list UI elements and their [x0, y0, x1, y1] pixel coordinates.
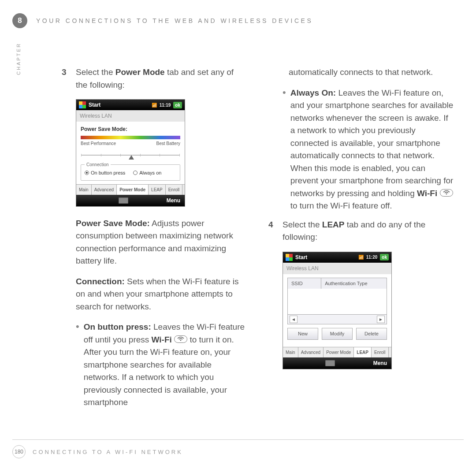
tab-enroll[interactable]: Enroll: [372, 347, 389, 357]
bold-text: Always On:: [290, 88, 336, 97]
color-gradient: [81, 136, 180, 139]
keyboard-icon[interactable]: [325, 360, 335, 366]
page-footer: 180 CONNECTING TO A WI-FI NETWORK: [12, 439, 464, 458]
titlebar: Start 📶 11:19 ok: [76, 100, 185, 110]
tab-advanced[interactable]: Advanced: [298, 347, 324, 357]
header-title: YOUR CONNECTIONS TO THE WEB AND WIRELESS…: [36, 17, 313, 24]
bullet-on-button-press: • On button press: Leaves the Wi-Fi feat…: [76, 321, 247, 409]
right-column: automatically connects to that network. …: [268, 66, 454, 432]
step-number: 3: [62, 66, 70, 91]
col-ssid[interactable]: SSID: [288, 278, 321, 289]
tab-strip: Main Advanced Power Mode LEAP Enroll: [283, 347, 391, 357]
softkey-bar: Menu: [283, 357, 391, 369]
bold-text: Connection:: [76, 277, 125, 286]
bullet-always-on: • Always On: Leaves the Wi-Fi feature on…: [283, 87, 454, 212]
radio-label: Always on: [139, 169, 161, 177]
tab-main[interactable]: Main: [283, 347, 298, 357]
delete-button[interactable]: Delete: [356, 328, 387, 340]
tab-power-mode[interactable]: Power Mode: [324, 347, 354, 357]
screenshot-power-mode: Start 📶 11:19 ok Wireless LAN Power Save…: [76, 99, 185, 207]
bold-text: Wi-Fi: [152, 335, 172, 344]
wifi-button-icon: [440, 189, 453, 197]
screenshot-leap: Start 📶 11:20 ok Wireless LAN SSID Authe…: [283, 252, 392, 369]
tab-leap[interactable]: LEAP: [354, 347, 372, 357]
step-4: 4 Select the LEAP tab and do any of the …: [268, 219, 454, 244]
ok-button[interactable]: ok: [380, 254, 389, 260]
tab-power-mode[interactable]: Power Mode: [117, 185, 149, 195]
text: Leaves the Wi-Fi feature on, and your sm…: [290, 88, 454, 198]
radio-icon: [85, 171, 89, 175]
bullet-icon: •: [76, 321, 79, 409]
bold-text: LEAP: [322, 220, 345, 229]
menu-softkey[interactable]: Menu: [167, 197, 180, 205]
text: Select the: [283, 220, 322, 229]
status-icons: 📶: [358, 254, 364, 260]
page-header: 8 YOUR CONNECTIONS TO THE WEB AND WIRELE…: [12, 13, 464, 28]
hscrollbar[interactable]: ◄ ►: [288, 314, 387, 324]
radio-icon: [133, 171, 138, 175]
step-3: 3 Select the Power Mode tab and set any …: [62, 66, 247, 91]
scroll-left-icon[interactable]: ◄: [290, 316, 298, 323]
step-number: 4: [268, 219, 276, 244]
bold-text: On button press:: [84, 322, 151, 331]
tab-strip: Main Advanced Power Mode LEAP Enroll: [76, 184, 185, 195]
bold-text: Power Save Mode:: [76, 219, 150, 228]
status-icons: 📶: [152, 102, 157, 108]
dialog-body: Power Save Mode: Best Performance Best B…: [76, 122, 185, 184]
wifi-button-icon: [174, 335, 187, 343]
start-flag-icon: [79, 101, 86, 108]
step-text: Select the Power Mode tab and set any of…: [76, 66, 247, 91]
content-columns: 3 Select the Power Mode tab and set any …: [62, 66, 454, 432]
tab-enroll[interactable]: Enroll: [166, 185, 183, 195]
window-title: Wireless LAN: [76, 110, 185, 122]
window-title: Wireless LAN: [283, 263, 391, 274]
start-label[interactable]: Start: [295, 253, 307, 261]
left-column: 3 Select the Power Mode tab and set any …: [62, 66, 247, 432]
chapter-label-vertical: CHAPTER: [16, 42, 21, 75]
slider-labels: Best Performance Best Battery: [81, 140, 180, 147]
continued-text: automatically connects to that network.: [289, 66, 454, 79]
table-rows-empty: [288, 289, 387, 314]
chapter-number-badge: 8: [12, 13, 27, 28]
radio-always-on[interactable]: Always on: [133, 169, 161, 177]
svg-point-0: [180, 340, 182, 341]
leap-table: SSID Authentication Type ◄ ►: [287, 278, 387, 325]
tab-leap[interactable]: LEAP: [149, 185, 166, 195]
bullet-icon: •: [283, 87, 286, 212]
start-label[interactable]: Start: [89, 101, 100, 109]
softkey-bar: Menu: [76, 195, 185, 206]
titlebar: Start 📶 11:20 ok: [283, 252, 391, 263]
col-auth-type[interactable]: Authentication Type: [321, 278, 387, 289]
keyboard-icon[interactable]: [119, 197, 128, 204]
text: to turn it on. After you turn the Wi-Fi …: [84, 335, 234, 407]
table-header: SSID Authentication Type: [288, 278, 387, 289]
tab-main[interactable]: Main: [76, 185, 92, 195]
tab-advanced[interactable]: Advanced: [92, 185, 117, 195]
new-button[interactable]: New: [287, 328, 318, 340]
text: Select the: [76, 67, 115, 77]
bold-text: Power Mode: [115, 67, 165, 77]
scroll-right-icon[interactable]: ►: [377, 316, 385, 323]
dialog-body: SSID Authentication Type ◄ ► New Modify …: [283, 274, 391, 347]
section-heading: Power Save Mode:: [81, 125, 180, 133]
leap-buttons: New Modify Delete: [287, 328, 387, 340]
modify-button[interactable]: Modify: [322, 328, 353, 340]
ok-button[interactable]: ok: [173, 102, 182, 108]
radio-on-button-press[interactable]: On button press: [85, 169, 125, 177]
menu-softkey[interactable]: Menu: [373, 359, 387, 367]
step-text: Select the LEAP tab and do any of the fo…: [283, 219, 454, 244]
start-flag-icon: [286, 254, 293, 261]
power-save-slider[interactable]: [81, 149, 180, 160]
left-label: Best Performance: [81, 140, 116, 147]
clock: 11:19: [160, 102, 171, 108]
bold-text: Wi-Fi: [417, 189, 437, 198]
footer-title: CONNECTING TO A WI-FI NETWORK: [33, 449, 183, 455]
right-label: Best Battery: [156, 140, 180, 147]
radio-label: On button press: [91, 169, 125, 177]
group-legend: Connection: [85, 161, 111, 168]
page-number: 180: [12, 445, 26, 458]
connection-group: Connection On button press Always on: [81, 164, 180, 181]
text: to turn the Wi-Fi feature off.: [290, 201, 392, 210]
connection-para: Connection: Sets when the Wi-Fi feature …: [76, 275, 247, 313]
slider-thumb-icon[interactable]: [129, 155, 134, 160]
